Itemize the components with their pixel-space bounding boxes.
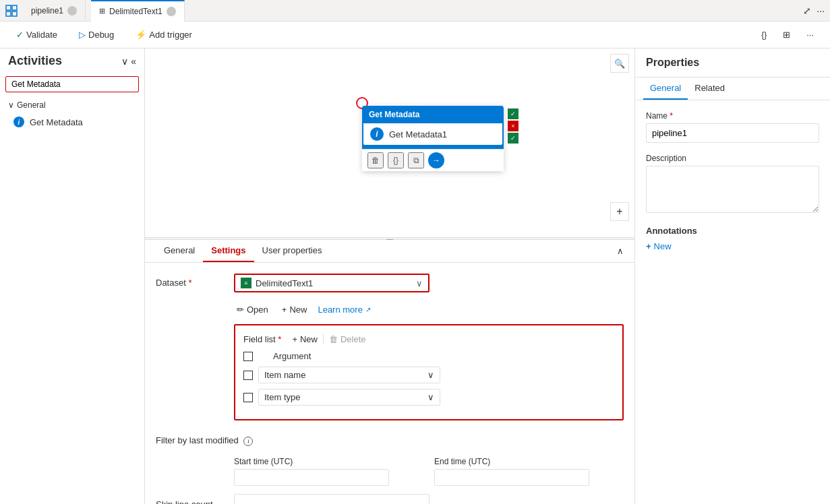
separator bbox=[323, 334, 324, 344]
new-dataset-button[interactable]: + New bbox=[279, 303, 310, 316]
right-panel-header: Properties bbox=[635, 49, 830, 77]
tab-pipeline1-close[interactable] bbox=[67, 6, 77, 15]
skip-input[interactable] bbox=[234, 494, 429, 504]
dataset-select[interactable]: ≡ DelimitedText1 ∨ bbox=[234, 274, 429, 292]
sidebar: Activities ∨ « ∨ General i Get Metadata … bbox=[0, 49, 145, 504]
field-list-actions: + New 🗑 Delete bbox=[292, 334, 365, 344]
skip-line-count-row: Skip line count bbox=[156, 494, 624, 504]
sidebar-section-header-general[interactable]: ∨ General bbox=[0, 98, 144, 113]
tab-delimitedtext1-close[interactable] bbox=[167, 7, 176, 16]
sidebar-minimize-icon[interactable]: « bbox=[131, 56, 136, 67]
node-code-button[interactable]: {} bbox=[388, 152, 404, 168]
tab-pipeline1-label: pipeline1 bbox=[31, 6, 63, 15]
field-list-header: Field list * + New 🗑 Delete bbox=[243, 334, 614, 344]
tab-delimitedtext1[interactable]: ⊞ DelimitedText1 bbox=[91, 0, 185, 22]
right-panel-tabs: General Related bbox=[635, 77, 830, 100]
plus-icon: + bbox=[646, 241, 651, 251]
field-2-chevron: ∨ bbox=[427, 392, 434, 402]
node-connect-button[interactable]: → bbox=[428, 152, 444, 168]
annotations-title: Annotations bbox=[646, 226, 819, 236]
right-panel: Properties General Related Name * Descri… bbox=[634, 49, 830, 504]
open-button[interactable]: ✏ Open bbox=[234, 303, 271, 316]
minimize-icon[interactable]: ⤢ bbox=[803, 5, 811, 16]
field-1-chevron: ∨ bbox=[427, 370, 434, 380]
sidebar-item-get-metadata[interactable]: i Get Metadata ⣿ ··· bbox=[0, 113, 144, 131]
canvas: Get Metadata i Get Metadata1 ✓ × ✓ 🗑 {} … bbox=[145, 49, 634, 237]
node-title: Get Metadata bbox=[369, 110, 419, 119]
add-trigger-button[interactable]: ⚡ Add trigger bbox=[130, 27, 198, 42]
sidebar-search bbox=[5, 76, 139, 92]
dataset-value: ≡ DelimitedText1 ∨ bbox=[234, 274, 624, 292]
activity-node[interactable]: Get Metadata i Get Metadata1 ✓ × ✓ 🗑 {} … bbox=[362, 106, 504, 171]
new-annotation-button[interactable]: + New bbox=[646, 241, 672, 251]
description-input[interactable] bbox=[646, 166, 819, 213]
sidebar-title: Activities bbox=[8, 54, 62, 68]
right-panel-title: Properties bbox=[646, 57, 699, 68]
tab-general[interactable]: General bbox=[156, 240, 203, 262]
collapse-icon[interactable]: ∨ bbox=[121, 56, 128, 67]
status-x-icon: × bbox=[508, 121, 518, 131]
field-2-dropdown[interactable]: Item type ∨ bbox=[258, 389, 440, 406]
svg-rect-1 bbox=[12, 5, 17, 10]
title-bar: pipeline1 ⊞ DelimitedText1 ⤢ ··· bbox=[0, 0, 830, 22]
table-icon: ⊞ bbox=[99, 7, 105, 15]
argument-header-row: Argument bbox=[243, 351, 614, 361]
more-options-button[interactable]: ··· bbox=[801, 27, 819, 42]
svg-rect-3 bbox=[12, 11, 17, 16]
name-input[interactable] bbox=[646, 123, 819, 143]
node-body: i Get Metadata1 ✓ × ✓ bbox=[362, 123, 504, 146]
field-row-1: Item name ∨ bbox=[243, 367, 614, 383]
search-input[interactable] bbox=[5, 76, 139, 92]
status-check-icon: ✓ bbox=[508, 108, 518, 119]
plus-icon: + bbox=[292, 334, 297, 344]
right-tab-general[interactable]: General bbox=[643, 77, 688, 100]
chevron-down-icon: ∨ bbox=[8, 100, 14, 110]
table-view-button[interactable]: ⊞ bbox=[777, 27, 796, 42]
new-field-button[interactable]: + New bbox=[292, 334, 318, 344]
dataset-row: Dataset * ≡ DelimitedText1 ∨ bbox=[156, 274, 624, 292]
validate-icon: ✓ bbox=[16, 30, 24, 40]
toolbar: ✓ Validate ▷ Debug ⚡ Add trigger {} ⊞ ··… bbox=[0, 22, 830, 49]
bottom-content: Dataset * ≡ DelimitedText1 ∨ bbox=[145, 263, 634, 504]
action-buttons: ✏ Open + New Learn more ↗ bbox=[234, 303, 624, 316]
start-time-input[interactable] bbox=[234, 469, 389, 486]
info-icon: i bbox=[18, 119, 20, 126]
code-view-button[interactable]: {} bbox=[756, 27, 772, 42]
right-tab-related[interactable]: Related bbox=[688, 77, 732, 100]
description-label: Description bbox=[646, 154, 819, 163]
end-time-input[interactable] bbox=[434, 469, 589, 486]
select-all-checkbox[interactable] bbox=[243, 352, 253, 361]
canvas-search-button[interactable]: 🔍 bbox=[610, 54, 629, 73]
field-1-dropdown[interactable]: Item name ∨ bbox=[258, 367, 440, 383]
debug-button[interactable]: ▷ Debug bbox=[73, 27, 119, 42]
svg-rect-2 bbox=[6, 11, 11, 16]
status-check2-icon: ✓ bbox=[508, 133, 518, 144]
field-2-checkbox[interactable] bbox=[243, 393, 253, 402]
debug-icon: ▷ bbox=[79, 30, 86, 40]
more-icon[interactable]: ··· bbox=[817, 5, 825, 16]
node-copy-button[interactable]: ⧉ bbox=[408, 152, 424, 168]
tab-settings[interactable]: Settings bbox=[203, 240, 254, 262]
end-time-field: End time (UTC) bbox=[434, 457, 624, 486]
sidebar-section-label: General bbox=[17, 100, 46, 110]
more-item-icon[interactable]: ··· bbox=[131, 119, 136, 126]
validate-button[interactable]: ✓ Validate bbox=[11, 27, 63, 42]
delete-field-button[interactable]: 🗑 Delete bbox=[329, 334, 366, 344]
name-label: Name * bbox=[646, 111, 819, 121]
learn-more-link[interactable]: Learn more ↗ bbox=[318, 305, 370, 315]
skip-label: Skip line count bbox=[156, 495, 223, 504]
info-circle-icon: i bbox=[243, 437, 253, 446]
get-metadata-icon: i bbox=[13, 117, 24, 127]
collapse-panel-button[interactable]: ∧ bbox=[617, 246, 624, 256]
get-metadata-label: Get Metadata bbox=[30, 117, 119, 127]
field-1-checkbox[interactable] bbox=[243, 371, 253, 380]
tab-delimitedtext1-label: DelimitedText1 bbox=[109, 7, 162, 16]
name-field: Name * bbox=[646, 111, 819, 143]
tab-pipeline1[interactable]: pipeline1 bbox=[23, 0, 86, 22]
drag-icon: ⣿ bbox=[125, 119, 129, 126]
canvas-zoom-button[interactable]: + bbox=[610, 202, 629, 221]
field-2-value: Item type bbox=[264, 392, 427, 402]
node-delete-button[interactable]: 🗑 bbox=[367, 152, 384, 168]
tab-user-properties[interactable]: User properties bbox=[254, 240, 330, 262]
plus-icon: + bbox=[282, 305, 287, 315]
